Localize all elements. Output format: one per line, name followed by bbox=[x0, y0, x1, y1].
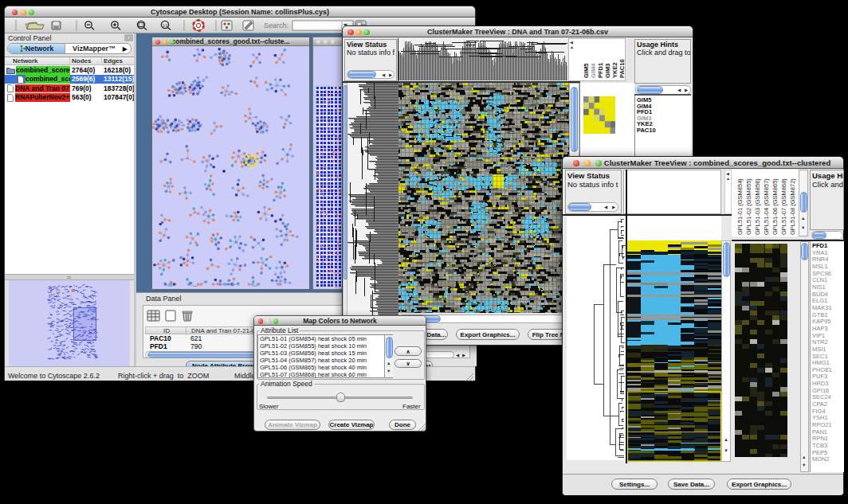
svg-text:GIM3: GIM3 bbox=[604, 64, 611, 78]
svg-text:GIM4: GIM4 bbox=[590, 63, 597, 78]
svg-text:GPL51-06 (GSM865): GPL51-06 (GSM865) bbox=[771, 178, 779, 235]
svg-text:YKE2: YKE2 bbox=[611, 62, 618, 78]
svg-text:GPL51-04 (GSM857): GPL51-04 (GSM857) bbox=[763, 178, 770, 235]
svg-text:GPL51-03 (GSM856): GPL51-03 (GSM856) bbox=[754, 178, 761, 235]
svg-text:1:1: 1:1 bbox=[163, 24, 168, 28]
svg-text:PAC10: PAC10 bbox=[618, 59, 626, 78]
svg-text:GPL51-07 (GSM868): GPL51-07 (GSM868) bbox=[780, 178, 787, 235]
svg-text:PFD1: PFD1 bbox=[597, 63, 604, 78]
svg-text:GIM5: GIM5 bbox=[583, 64, 590, 78]
svg-text:GPL51-01 (GSM854): GPL51-01 (GSM854) bbox=[736, 178, 744, 235]
svg-text:GPL51-02 (GSM855): GPL51-02 (GSM855) bbox=[745, 178, 752, 235]
svg-text:Search:: Search: bbox=[264, 21, 289, 29]
svg-text:GPL51-08 (GSM872): GPL51-08 (GSM872) bbox=[789, 178, 796, 235]
